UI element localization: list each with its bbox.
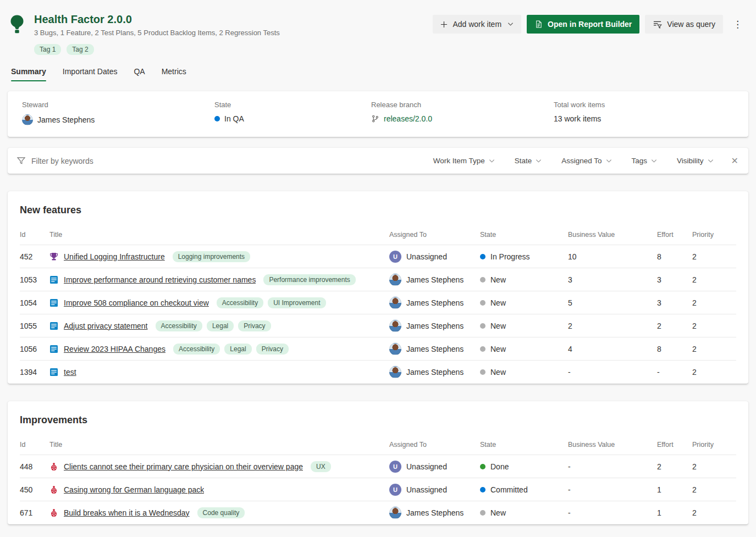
assignee-name: James Stephens <box>406 345 463 353</box>
work-item-link[interactable]: Improve 508 compliance on checkout view <box>64 298 209 307</box>
title-cell: Clients cannot see their primary care ph… <box>49 461 389 472</box>
total-work-items-label: Total work items <box>554 101 734 109</box>
priority-cell: 2 <box>692 368 736 377</box>
unassigned-avatar: U <box>389 251 401 263</box>
state-label: New <box>490 322 506 330</box>
tab-qa[interactable]: QA <box>134 67 145 81</box>
effort-cell: 2 <box>657 462 692 471</box>
work-item-link[interactable]: Build breaks when it is a Wednesday <box>64 508 190 517</box>
effort-cell: 3 <box>657 298 692 307</box>
col-effort: Effort <box>657 231 692 239</box>
steward-value: James Stephens <box>37 115 95 124</box>
tag-pill: Accessibility <box>156 320 202 331</box>
col-priority: Priority <box>692 231 736 239</box>
document-icon <box>534 20 543 29</box>
more-options-button[interactable]: ⋮ <box>729 16 747 32</box>
work-item-link[interactable]: Review 2023 HIPAA Changes <box>64 345 165 353</box>
effort-cell: 8 <box>657 252 692 261</box>
improvements-section: Improvements Id Title Assigned To State … <box>8 401 748 524</box>
work-item-counts: 3 Bugs, 1 Feature, 2 Test Plans, 5 Produ… <box>34 29 280 37</box>
total-work-items-value: 13 work items <box>554 114 601 123</box>
assigned-to-cell: UUnassigned <box>389 251 480 263</box>
work-item-link[interactable]: test <box>64 368 76 377</box>
state-label: Done <box>490 462 509 471</box>
work-item-link[interactable]: Unified Logging Infrastructure <box>64 252 165 261</box>
avatar <box>389 320 401 332</box>
state-label: State <box>214 101 371 109</box>
chevron-down-icon <box>606 159 612 163</box>
filter-dropdowns: Work Item Type State Assigned To Tags Vi… <box>433 157 714 165</box>
filter-funnel-icon <box>16 157 26 165</box>
business-value-cell: 2 <box>568 322 657 330</box>
avatar <box>389 343 401 355</box>
state-dot-icon <box>480 254 485 259</box>
work-item-tags: Performance improvements <box>263 274 355 285</box>
state-label: New <box>490 298 506 307</box>
work-item-tags: Code quality <box>197 507 245 518</box>
effort-cell: 3 <box>657 275 692 284</box>
business-value-cell: - <box>568 462 657 471</box>
pbi-icon <box>49 368 58 377</box>
filter-keywords-input[interactable] <box>31 157 433 165</box>
tab-important-dates[interactable]: Important Dates <box>63 67 118 81</box>
state-cell: Committed <box>480 485 568 494</box>
state-label: New <box>490 345 506 353</box>
tag-pill: Legal <box>224 344 251 355</box>
work-item-tags: AccessibilityLegalPrivacy <box>173 344 289 355</box>
title-cell: Adjust privacy statementAccessibilityLeg… <box>49 320 389 331</box>
state-label: Committed <box>490 485 528 494</box>
avatar <box>389 274 401 286</box>
filter-visibility[interactable]: Visibility <box>677 157 714 165</box>
effort-cell: 2 <box>657 322 692 330</box>
work-item-link[interactable]: Adjust privacy statement <box>64 322 148 330</box>
chevron-down-icon <box>651 159 657 163</box>
open-report-builder-button[interactable]: Open in Report Builder <box>527 15 639 34</box>
table-row: 1054Improve 508 compliance on checkout v… <box>20 291 736 314</box>
pbi-icon <box>49 298 58 307</box>
table-row: 1056Review 2023 HIPAA ChangesAccessibili… <box>20 337 736 361</box>
bug-icon <box>49 485 58 494</box>
work-item-link[interactable]: Casing wrong for German language pack <box>64 485 204 494</box>
assigned-to-cell: James Stephens <box>389 274 480 286</box>
state-dot-icon <box>480 464 485 469</box>
state-cell: New <box>480 298 568 307</box>
effort-cell: - <box>657 368 692 377</box>
state-cell: New <box>480 368 568 377</box>
avatar <box>22 114 33 125</box>
tab-metrics[interactable]: Metrics <box>162 67 186 81</box>
effort-cell: 1 <box>657 508 692 517</box>
pbi-icon <box>49 345 58 353</box>
assignee-name: James Stephens <box>406 508 463 517</box>
git-branch-icon <box>371 114 379 123</box>
state-cell: New <box>480 508 568 517</box>
filter-state[interactable]: State <box>515 157 542 165</box>
work-item-link[interactable]: Clients cannot see their primary care ph… <box>64 462 303 471</box>
filter-tags[interactable]: Tags <box>632 157 658 165</box>
tab-summary[interactable]: Summary <box>11 67 46 81</box>
work-item-link[interactable]: Improve performance around retrieving cu… <box>64 275 256 284</box>
state-dot-icon <box>214 116 220 121</box>
steward-label: Steward <box>22 101 214 109</box>
balloon-logo-icon <box>9 13 26 55</box>
table-row: 1394testJames StephensNew--2 <box>20 361 736 384</box>
feature-icon <box>49 252 58 261</box>
col-title: Title <box>49 231 389 239</box>
business-value-cell: 5 <box>568 298 657 307</box>
steward-field: Steward James Stephens <box>22 101 214 125</box>
assignee-name: James Stephens <box>406 368 463 377</box>
work-item-id: 1053 <box>20 275 49 284</box>
new-features-section: New features Id Title Assigned To State … <box>8 191 748 384</box>
col-id: Id <box>20 441 49 449</box>
effort-cell: 8 <box>657 345 692 353</box>
chevron-down-icon <box>536 159 542 163</box>
release-branch-value[interactable]: releases/2.0.0 <box>384 114 432 123</box>
priority-cell: 2 <box>692 485 736 494</box>
view-as-query-button[interactable]: View as query <box>645 15 723 34</box>
assignee-name: James Stephens <box>406 322 463 330</box>
chevron-down-icon <box>507 22 514 26</box>
filter-work-item-type[interactable]: Work Item Type <box>433 157 495 165</box>
filter-assigned-to[interactable]: Assigned To <box>561 157 611 165</box>
close-filter-icon[interactable]: ✕ <box>731 157 738 165</box>
work-item-id: 448 <box>20 462 49 471</box>
add-work-item-button[interactable]: Add work item <box>433 15 521 34</box>
